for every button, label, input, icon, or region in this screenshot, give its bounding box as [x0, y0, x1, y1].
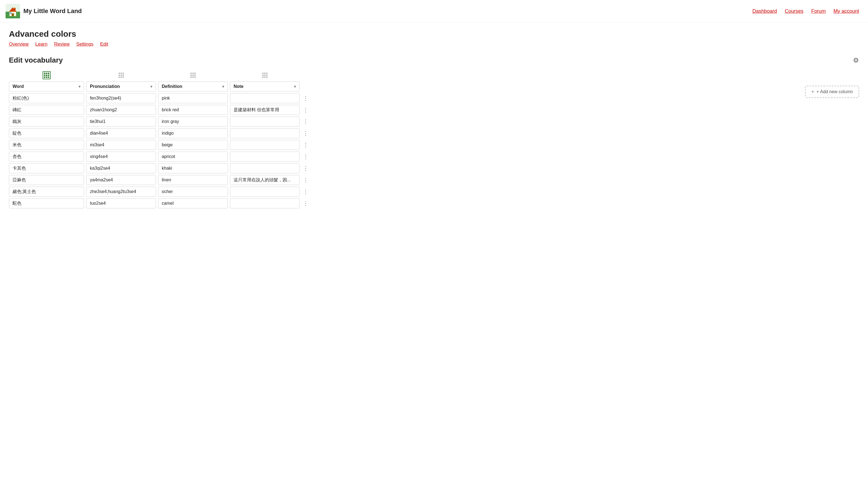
- word-col-chevron[interactable]: ▾: [79, 84, 81, 89]
- pronunciation-cell[interactable]: [86, 187, 156, 197]
- definition-cell[interactable]: [158, 128, 228, 138]
- actions-col-drag: [300, 70, 310, 80]
- pronunciation-col-label: Pronunciation: [90, 84, 120, 89]
- definition-cell[interactable]: [158, 198, 228, 208]
- word-cell[interactable]: [9, 128, 84, 138]
- word-cell[interactable]: [9, 187, 84, 197]
- word-cell[interactable]: [9, 152, 84, 162]
- pronunciation-cell[interactable]: [86, 105, 156, 115]
- pronunciation-cell[interactable]: [86, 175, 156, 185]
- definition-cell[interactable]: [158, 152, 228, 162]
- table-row: ⋮: [9, 105, 798, 115]
- word-col-label: Word: [12, 84, 24, 89]
- add-new-column-button[interactable]: + + Add new column: [805, 86, 859, 98]
- nav-courses[interactable]: Courses: [785, 8, 803, 14]
- def-drag-icon[interactable]: [190, 72, 196, 79]
- note-cell[interactable]: [230, 152, 300, 162]
- nav-dashboard[interactable]: Dashboard: [752, 8, 777, 14]
- note-cell[interactable]: [230, 198, 300, 208]
- row-menu-button[interactable]: ⋮: [302, 165, 310, 171]
- table-row: ⋮: [9, 117, 798, 127]
- note-cell[interactable]: [230, 140, 300, 150]
- definition-cell[interactable]: [158, 175, 228, 185]
- sub-nav-overview[interactable]: Overview: [9, 41, 29, 47]
- row-menu-button[interactable]: ⋮: [302, 142, 310, 148]
- word-cell[interactable]: [9, 163, 84, 173]
- pronunciation-col-header[interactable]: Pronunciation ▾: [86, 82, 156, 92]
- note-drag-icon[interactable]: [261, 72, 268, 79]
- settings-sliders-icon[interactable]: ⚙: [853, 57, 859, 64]
- word-drag-icon[interactable]: [42, 71, 51, 79]
- column-headers-row: Word ▾ Pronunciation ▾ Definition ▾ Note…: [9, 82, 798, 92]
- sub-nav-edit[interactable]: Edit: [100, 41, 108, 47]
- word-col-header[interactable]: Word ▾: [9, 82, 84, 92]
- note-cell[interactable]: [230, 163, 300, 173]
- word-cell[interactable]: [9, 140, 84, 150]
- site-title: My Little Word Land: [23, 7, 82, 15]
- pronunciation-cell[interactable]: [86, 152, 156, 162]
- note-cell[interactable]: [230, 128, 300, 138]
- note-cell[interactable]: [230, 105, 300, 115]
- def-col-chevron[interactable]: ▾: [222, 84, 224, 89]
- word-cell[interactable]: [9, 175, 84, 185]
- word-cell[interactable]: [9, 117, 84, 127]
- row-menu-button[interactable]: ⋮: [302, 154, 310, 159]
- definition-col-header[interactable]: Definition ▾: [158, 82, 228, 92]
- pronunciation-cell[interactable]: [86, 163, 156, 173]
- row-menu-button[interactable]: ⋮: [302, 189, 310, 194]
- row-menu-button[interactable]: ⋮: [302, 119, 310, 124]
- table-row: ⋮: [9, 140, 798, 150]
- row-menu-button[interactable]: ⋮: [302, 201, 310, 206]
- note-cell[interactable]: [230, 117, 300, 127]
- svg-rect-6: [10, 12, 12, 14]
- sub-nav-settings[interactable]: Settings: [76, 41, 93, 47]
- nav-my-account[interactable]: My account: [834, 8, 859, 14]
- word-cell[interactable]: [9, 105, 84, 115]
- table-row: ⋮: [9, 128, 798, 138]
- row-menu-button[interactable]: ⋮: [302, 107, 310, 113]
- def-col-drag[interactable]: [158, 70, 228, 80]
- table-row: ⋮: [9, 93, 798, 103]
- pronunciation-cell[interactable]: [86, 117, 156, 127]
- pron-col-drag[interactable]: [86, 70, 156, 80]
- pronunciation-cell[interactable]: [86, 140, 156, 150]
- note-cell[interactable]: [230, 93, 300, 103]
- sub-nav-review[interactable]: Review: [54, 41, 70, 47]
- top-nav: Dashboard Courses Forum My account: [752, 8, 859, 14]
- page-title: Advanced colors: [9, 29, 859, 39]
- plus-icon: +: [811, 89, 814, 95]
- section-header: Edit vocabulary ⚙: [9, 56, 859, 65]
- note-cell[interactable]: [230, 175, 300, 185]
- note-col-header[interactable]: Note ▾: [230, 82, 300, 92]
- row-menu-button[interactable]: ⋮: [302, 177, 310, 183]
- note-col-chevron[interactable]: ▾: [294, 84, 296, 89]
- definition-cell[interactable]: [158, 187, 228, 197]
- definition-cell[interactable]: [158, 163, 228, 173]
- sub-nav-learn[interactable]: Learn: [35, 41, 47, 47]
- pronunciation-cell[interactable]: [86, 93, 156, 103]
- note-col-drag[interactable]: [230, 70, 300, 80]
- pron-drag-icon[interactable]: [118, 72, 125, 79]
- definition-cell[interactable]: [158, 93, 228, 103]
- word-cell[interactable]: [9, 198, 84, 208]
- pronunciation-cell[interactable]: [86, 128, 156, 138]
- definition-col-label: Definition: [162, 84, 182, 89]
- table-row: ⋮: [9, 187, 798, 197]
- pronunciation-cell[interactable]: [86, 198, 156, 208]
- drag-handles-row: [9, 70, 798, 80]
- definition-cell[interactable]: [158, 117, 228, 127]
- definition-cell[interactable]: [158, 105, 228, 115]
- note-cell[interactable]: [230, 187, 300, 197]
- svg-rect-5: [12, 13, 14, 16]
- row-menu-button[interactable]: ⋮: [302, 130, 310, 136]
- pron-col-chevron[interactable]: ▾: [150, 84, 152, 89]
- word-cell[interactable]: [9, 93, 84, 103]
- table-row: ⋮: [9, 163, 798, 173]
- note-col-label: Note: [234, 84, 244, 89]
- row-menu-button[interactable]: ⋮: [302, 95, 310, 101]
- table-row: ⋮: [9, 175, 798, 185]
- word-col-drag[interactable]: [9, 70, 84, 80]
- definition-cell[interactable]: [158, 140, 228, 150]
- nav-forum[interactable]: Forum: [811, 8, 826, 14]
- svg-rect-4: [14, 8, 16, 10]
